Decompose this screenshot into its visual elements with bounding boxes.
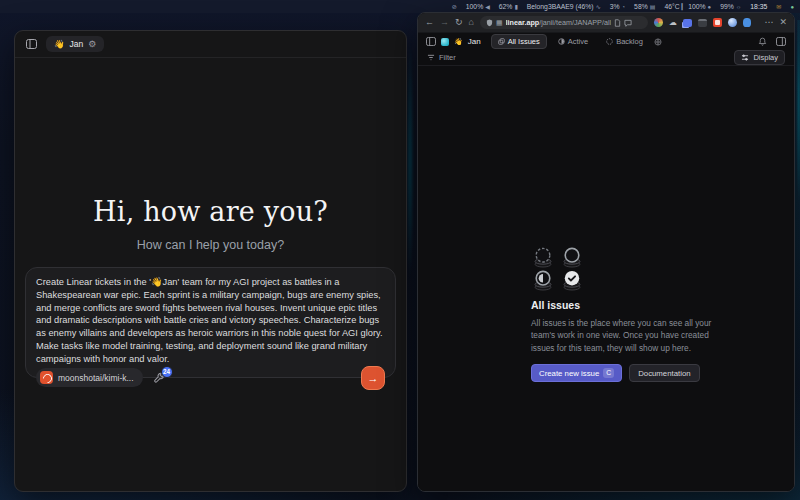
filter-button[interactable]: Filter	[427, 53, 456, 62]
right-panel-icon[interactable]	[776, 37, 786, 46]
team-wave-emoji-icon: 👋	[454, 38, 463, 46]
view-settings-icon[interactable]	[654, 38, 662, 46]
status-cpu[interactable]: 3%◔	[610, 3, 625, 10]
empty-state-actions: Create new issue C Documentation	[531, 364, 727, 382]
browser-profile-icon[interactable]	[654, 18, 663, 27]
gear-icon[interactable]: ⚙	[88, 39, 96, 49]
empty-state-description: All issues is the place where you can se…	[531, 317, 727, 354]
desktop-glow	[406, 40, 414, 340]
jan-main: Hi, how are you? How can I help you toda…	[15, 58, 406, 491]
desktop: ⊘ 100%◀ 62%▮ Belong3BAAE9 (46%)∿ 3%◔ 58%…	[0, 0, 800, 500]
screenshot-extension-icon[interactable]	[698, 19, 707, 27]
workspace-logo-icon[interactable]	[441, 38, 449, 46]
copy-icon	[498, 38, 505, 45]
browser-back-icon[interactable]: ←	[425, 18, 434, 27]
jan-titlebar: 👋 Jan ⚙	[15, 31, 406, 58]
status-brightness[interactable]: 99%☼	[720, 3, 741, 10]
all-issues-empty-state: All issues All issues is the place where…	[531, 247, 727, 382]
status-wifi[interactable]: Belong3BAAE9 (46%)∿	[527, 3, 601, 10]
memory-icon: ▤	[650, 3, 656, 10]
address-bar[interactable]: ▦ linear.app/janii/team/JANAPP/all	[480, 16, 648, 29]
extension-box-icon: ▦	[496, 19, 503, 26]
wifi-icon: ∿	[596, 3, 601, 10]
tab-backlog[interactable]: Backlog	[599, 34, 650, 49]
browser-close-icon[interactable]: ✕	[779, 18, 787, 27]
greeting-subtitle: How can I help you today?	[15, 238, 406, 252]
linear-header-right	[758, 37, 786, 46]
done-status-icon	[560, 270, 584, 291]
backlog-status-icon	[531, 247, 555, 268]
thermometer-icon: ▎	[682, 3, 687, 10]
bubble-icon[interactable]	[624, 19, 632, 27]
send-arrow-icon: →	[368, 372, 379, 384]
dashed-circle-icon	[606, 38, 613, 45]
shield-icon	[486, 19, 493, 27]
red-extension-icon[interactable]	[713, 18, 722, 27]
filter-row: Filter Display	[418, 50, 794, 66]
tray-icon: ●	[790, 4, 794, 10]
url-text: linear.app/janii/team/JANAPP/all	[506, 18, 611, 27]
thread-tab-label: Jan	[70, 39, 84, 49]
display-sliders-icon	[741, 54, 749, 61]
send-button[interactable]: →	[361, 366, 385, 390]
notifications-bell-icon[interactable]	[758, 37, 767, 46]
thread-tab-jan[interactable]: 👋 Jan ⚙	[46, 36, 104, 52]
page-icon[interactable]	[614, 19, 621, 27]
sphere-extension-icon[interactable]	[728, 18, 737, 27]
tools-count-badge: 24	[161, 366, 173, 378]
status-memory[interactable]: 58%▤	[634, 3, 655, 10]
status-chip-grid	[531, 247, 727, 291]
tab-all-issues[interactable]: All Issues	[491, 34, 547, 49]
browser-reload-icon[interactable]: ↻	[455, 18, 463, 27]
team-name: Jan	[468, 37, 481, 46]
tools-button[interactable]: 24	[153, 372, 165, 384]
browser-overflow-icon[interactable]: ⋯	[764, 18, 773, 27]
view-tabs: All Issues Active Backlog	[491, 34, 662, 49]
display-button[interactable]: Display	[734, 50, 785, 65]
cloud-extension-icon[interactable]: ☁	[669, 19, 677, 27]
status-volume[interactable]: 100%◀	[466, 3, 490, 10]
sidebar-toggle-icon[interactable]	[26, 39, 37, 49]
status-tray[interactable]: ●	[790, 4, 794, 10]
empty-state-title: All issues	[531, 299, 727, 311]
create-new-issue-button[interactable]: Create new issue C	[531, 364, 622, 382]
volume-icon: ◀	[485, 3, 490, 10]
model-selector-label: moonshotai/kimi-k...	[58, 373, 134, 383]
todo-status-icon	[560, 247, 584, 268]
shortcut-key-badge: C	[603, 368, 614, 378]
documentation-button[interactable]: Documentation	[629, 364, 699, 382]
greeting-block: Hi, how are you? How can I help you toda…	[15, 196, 406, 252]
disk-icon: ●	[708, 4, 712, 10]
cpu-icon: ◔	[621, 4, 625, 10]
blue-extension-icon[interactable]	[683, 19, 692, 27]
status-temperature[interactable]: 46°C▎100%●	[664, 3, 711, 10]
status-mic[interactable]: 62%▮	[499, 3, 518, 10]
model-selector[interactable]: moonshotai/kimi-k...	[36, 368, 143, 387]
browser-forward-icon[interactable]: →	[440, 18, 449, 27]
in-progress-status-icon	[531, 270, 555, 291]
browser-home-icon[interactable]: ⌂	[469, 18, 474, 27]
browser-window: ← → ↻ ⌂ ▦ linear.app/janii/team/JANAPP/a…	[417, 12, 795, 492]
moonshot-logo-icon	[40, 371, 53, 384]
wave-emoji-icon: 👋	[54, 39, 65, 49]
status-clock[interactable]: 18:35	[750, 3, 767, 10]
mail-icon: ✉	[776, 3, 781, 10]
filter-funnel-icon	[427, 54, 435, 61]
composer-toolbar: moonshotai/kimi-k... 24 →	[36, 366, 385, 390]
linear-app: 👋 Jan All Issues Active	[418, 33, 794, 491]
browser-toolbar: ← → ↻ ⌂ ▦ linear.app/janii/team/JANAPP/a…	[418, 13, 794, 33]
status-mail[interactable]: ✉	[776, 3, 781, 10]
brightness-icon: ☼	[736, 4, 742, 10]
status-dnd[interactable]: ⊘	[452, 3, 457, 10]
tab-active[interactable]: Active	[551, 34, 595, 49]
jan-app-window: 👋 Jan ⚙ Hi, how are you? How can I help …	[14, 30, 407, 492]
assistant-extension-icon[interactable]	[743, 18, 751, 27]
chat-composer[interactable]: Create Linear tickets in the '👋Jan' team…	[25, 267, 396, 378]
greeting-title: Hi, how are you?	[15, 196, 406, 227]
mic-icon: ▮	[514, 3, 517, 10]
linear-header: 👋 Jan All Issues Active	[418, 33, 794, 50]
linear-sidebar-toggle-icon[interactable]	[426, 37, 436, 46]
half-circle-icon	[558, 38, 565, 45]
dnd-icon: ⊘	[452, 3, 457, 10]
composer-input-text[interactable]: Create Linear tickets in the '👋Jan' team…	[36, 276, 385, 366]
